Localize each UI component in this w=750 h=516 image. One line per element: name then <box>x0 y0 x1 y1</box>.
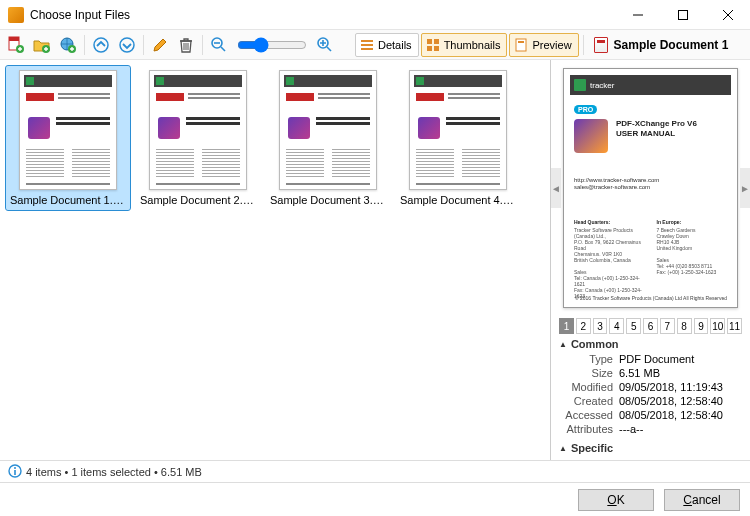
page-number[interactable]: 5 <box>626 318 641 334</box>
preview-brand-header: tracker <box>570 75 731 95</box>
section-common[interactable]: ▲Common <box>551 336 750 352</box>
product-icon <box>574 119 608 153</box>
page-number[interactable]: 3 <box>593 318 608 334</box>
prop-size: Size6.51 MB <box>559 366 742 380</box>
dialog-buttons: OK Cancel <box>0 482 750 516</box>
collapse-icon: ▲ <box>559 340 567 349</box>
prop-created: Created08/05/2018, 12:58:40 <box>559 394 742 408</box>
prop-modified: Modified09/05/2018, 11:19:43 <box>559 380 742 394</box>
separator <box>143 35 144 55</box>
thumbnails-panel: Sample Document 1.pdf Sample Document 2.… <box>0 60 550 460</box>
svg-point-21 <box>14 467 16 469</box>
add-folder-icon[interactable] <box>30 33 54 57</box>
preview-page: tracker PRO PDF-XChange Pro V6USER MANUA… <box>563 68 738 308</box>
svg-rect-12 <box>361 44 373 46</box>
delete-icon[interactable] <box>174 33 198 57</box>
product-links: http://www.tracker-software.comsales@tra… <box>574 177 727 191</box>
separator <box>583 35 584 55</box>
maximize-button[interactable] <box>660 0 705 30</box>
document-title: Sample Document 1 <box>614 38 729 52</box>
page-preview <box>279 70 377 190</box>
svg-rect-2 <box>9 37 19 41</box>
page-preview <box>19 70 117 190</box>
titlebar: Choose Input Files <box>0 0 750 30</box>
view-preview-button[interactable]: Preview <box>509 33 578 57</box>
prop-accessed: Accessed08/05/2018, 12:58:40 <box>559 408 742 422</box>
document-header: Sample Document 1 <box>594 37 729 53</box>
page-preview <box>149 70 247 190</box>
view-details-label: Details <box>378 39 412 51</box>
page-preview <box>409 70 507 190</box>
page-number[interactable]: 9 <box>694 318 709 334</box>
svg-rect-17 <box>434 46 439 51</box>
page-selector: 1234567891011 <box>551 316 750 336</box>
zoom-out-icon[interactable] <box>207 33 231 57</box>
file-thumbnail[interactable]: Sample Document 1.pdf <box>6 66 130 210</box>
info-icon <box>8 464 22 480</box>
add-web-icon[interactable] <box>56 33 80 57</box>
product-title: PDF-XChange Pro V6USER MANUAL <box>616 119 727 138</box>
file-name: Sample Document 2.pdf <box>140 194 256 206</box>
separator <box>202 35 203 55</box>
prop-type: TypePDF Document <box>559 352 742 366</box>
zoom-in-icon[interactable] <box>313 33 337 57</box>
add-pdf-icon[interactable] <box>4 33 28 57</box>
preview-panel: ◄ tracker PRO PDF-XChange Pro V6USER MAN… <box>550 60 750 460</box>
svg-rect-14 <box>427 39 432 44</box>
cancel-button[interactable]: Cancel <box>664 489 740 511</box>
page-number[interactable]: 8 <box>677 318 692 334</box>
app-icon <box>8 7 24 23</box>
collapse-icon: ▲ <box>559 444 567 453</box>
pro-tag: PRO <box>574 105 597 114</box>
minimize-button[interactable] <box>615 0 660 30</box>
file-name: Sample Document 1.pdf <box>10 194 126 206</box>
toolbar: Details Thumbnails Preview Sample Docume… <box>0 30 750 60</box>
view-thumbnails-label: Thumbnails <box>444 39 501 51</box>
svg-rect-15 <box>434 39 439 44</box>
close-button[interactable] <box>705 0 750 30</box>
svg-rect-22 <box>14 470 16 475</box>
svg-rect-18 <box>516 39 526 51</box>
view-thumbnails-button[interactable]: Thumbnails <box>421 33 508 57</box>
move-down-icon[interactable] <box>115 33 139 57</box>
page-number[interactable]: 1 <box>559 318 574 334</box>
section-specific[interactable]: ▲Specific <box>551 440 750 456</box>
move-up-icon[interactable] <box>89 33 113 57</box>
prev-page-button[interactable]: ◄ <box>551 168 561 208</box>
page-number[interactable]: 10 <box>710 318 725 334</box>
copyright: © 2016 Tracker Software Products (Canada… <box>574 295 727 301</box>
file-thumbnail[interactable]: Sample Document 4.pdf <box>396 66 520 210</box>
file-thumbnail[interactable]: Sample Document 3.pdf <box>266 66 390 210</box>
svg-point-8 <box>120 38 134 52</box>
page-number[interactable]: 2 <box>576 318 591 334</box>
svg-rect-0 <box>678 10 687 19</box>
brand-logo-icon <box>574 79 586 91</box>
edit-icon[interactable] <box>148 33 172 57</box>
file-name: Sample Document 4.pdf <box>400 194 516 206</box>
page-number[interactable]: 4 <box>609 318 624 334</box>
prop-attributes: Attributes---a-- <box>559 422 742 436</box>
common-properties: TypePDF Document Size6.51 MB Modified09/… <box>551 352 750 440</box>
address-columns: Head Quarters:Tracker Software Products … <box>574 219 727 289</box>
svg-rect-11 <box>361 40 373 42</box>
page-number[interactable]: 7 <box>660 318 675 334</box>
zoom-slider[interactable] <box>237 37 307 53</box>
svg-rect-19 <box>518 41 524 43</box>
svg-rect-16 <box>427 46 432 51</box>
file-thumbnail[interactable]: Sample Document 2.pdf <box>136 66 260 210</box>
file-name: Sample Document 3.pdf <box>270 194 386 206</box>
ok-button[interactable]: OK <box>578 489 654 511</box>
next-page-button[interactable]: ► <box>740 168 750 208</box>
status-text: 4 items • 1 items selected • 6.51 MB <box>26 466 202 478</box>
preview-page-wrap: ◄ tracker PRO PDF-XChange Pro V6USER MAN… <box>551 60 750 316</box>
window-title: Choose Input Files <box>30 8 615 22</box>
pdf-icon <box>594 37 608 53</box>
statusbar: 4 items • 1 items selected • 6.51 MB <box>0 460 750 482</box>
page-number[interactable]: 11 <box>727 318 742 334</box>
svg-point-7 <box>94 38 108 52</box>
view-preview-label: Preview <box>532 39 571 51</box>
view-details-button[interactable]: Details <box>355 33 419 57</box>
svg-rect-13 <box>361 48 373 50</box>
main-area: Sample Document 1.pdf Sample Document 2.… <box>0 60 750 460</box>
page-number[interactable]: 6 <box>643 318 658 334</box>
